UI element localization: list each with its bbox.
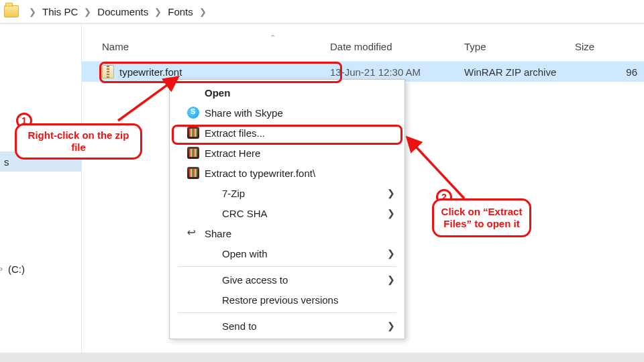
menu-share-skype[interactable]: Share with Skype: [170, 103, 405, 123]
chevron-right-icon: ❯: [387, 188, 395, 198]
file-size: 96: [575, 66, 644, 78]
chevron-right-icon: ›: [0, 264, 7, 274]
breadcrumb-item[interactable]: This PC: [42, 6, 78, 17]
context-menu: Open Share with Skype Extract files... E…: [169, 79, 405, 339]
menu-label: 7-Zip: [202, 188, 387, 199]
menu-crc-sha[interactable]: CRC SHA ❯: [170, 203, 405, 223]
menu-label: Extract to typewriter.font\: [202, 168, 395, 179]
annotation-text: Click on “Extract Files” to open it: [441, 206, 523, 230]
annotation-step2: Click on “Extract Files” to open it: [432, 198, 531, 237]
sort-indicator-icon: ⌃: [270, 34, 276, 42]
menu-extract-here[interactable]: Extract Here: [170, 143, 405, 163]
chevron-right-icon: ❯: [23, 7, 42, 17]
zip-archive-icon: [102, 65, 114, 78]
menu-restore-versions[interactable]: Restore previous versions: [170, 290, 405, 310]
sidebar[interactable]: s › (C:): [0, 24, 82, 353]
winrar-icon: [187, 167, 199, 179]
column-header-size[interactable]: Size: [575, 41, 644, 52]
menu-label: Give access to: [202, 274, 387, 286]
column-headers[interactable]: Name Date modified Type Size: [82, 32, 644, 62]
menu-extract-to[interactable]: Extract to typewriter.font\: [170, 163, 405, 183]
menu-label: Extract files...: [202, 127, 395, 139]
breadcrumb-item[interactable]: Fonts: [168, 6, 193, 17]
column-header-type[interactable]: Type: [464, 41, 575, 52]
menu-label: Send to: [202, 320, 387, 332]
file-name: typewriter.font: [119, 66, 182, 78]
menu-label: Open: [202, 87, 395, 99]
annotation-step1: Right-click on the zip file: [15, 123, 142, 160]
chevron-right-icon: ❯: [387, 248, 395, 259]
annotation-text: Right-click on the zip file: [23, 129, 133, 154]
menu-label: Share: [202, 228, 395, 239]
file-type: WinRAR ZIP archive: [464, 66, 575, 78]
sidebar-item[interactable]: [0, 172, 81, 192]
folder-icon: [4, 5, 19, 17]
menu-label: Extract Here: [202, 147, 395, 159]
menu-label: Restore previous versions: [202, 294, 395, 306]
share-icon: [187, 227, 199, 239]
sidebar-item-label: s: [4, 156, 9, 168]
menu-label: Share with Skype: [202, 107, 395, 119]
menu-label: CRC SHA: [202, 208, 387, 219]
menu-extract-files[interactable]: Extract files...: [170, 123, 405, 143]
column-header-name[interactable]: Name: [82, 41, 330, 52]
chevron-right-icon: ❯: [387, 208, 395, 219]
status-bar: [0, 353, 644, 362]
menu-label: Open with: [202, 248, 387, 259]
sidebar-item-drive[interactable]: › (C:): [0, 259, 81, 279]
sidebar-item-label: (C:): [8, 263, 25, 275]
breadcrumb[interactable]: ❯ This PC ❯ Documents ❯ Fonts ❯: [0, 0, 644, 24]
file-date: 13-Jun-21 12:30 AM: [330, 66, 464, 78]
menu-give-access[interactable]: Give access to ❯: [170, 269, 405, 290]
chevron-right-icon: ❯: [148, 7, 168, 17]
menu-separator: [178, 312, 396, 313]
chevron-right-icon: ❯: [387, 320, 395, 331]
chevron-right-icon: ❯: [193, 7, 213, 17]
menu-share[interactable]: Share: [170, 223, 405, 243]
column-header-date[interactable]: Date modified: [330, 41, 464, 52]
chevron-right-icon: ❯: [78, 7, 97, 17]
chevron-right-icon: ❯: [387, 274, 395, 285]
winrar-icon: [187, 147, 199, 159]
menu-send-to[interactable]: Send to ❯: [170, 316, 405, 336]
winrar-icon: [187, 127, 199, 139]
menu-separator: [178, 266, 396, 267]
skype-icon: [187, 107, 199, 119]
menu-open-with[interactable]: Open with ❯: [170, 243, 405, 263]
breadcrumb-item[interactable]: Documents: [97, 6, 148, 17]
menu-open[interactable]: Open: [170, 82, 405, 103]
menu-7zip[interactable]: 7-Zip ❯: [170, 183, 405, 203]
